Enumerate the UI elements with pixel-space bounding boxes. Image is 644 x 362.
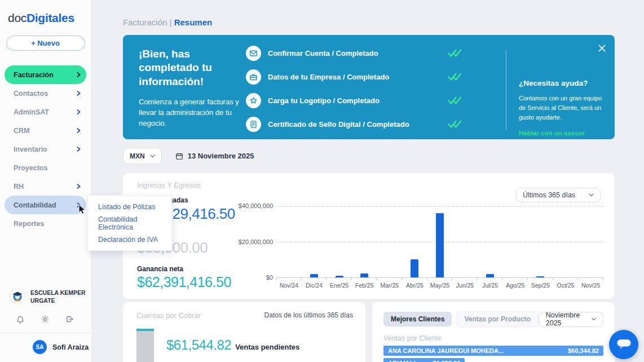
x-axis-label: Sep/25 <box>528 282 553 289</box>
date-range-select[interactable]: Últimos 365 días <box>516 188 601 202</box>
x-axis-label: Jul/25 <box>478 282 503 289</box>
sidebar-item-label: Facturación <box>14 71 54 79</box>
client-name: ANA CAROLINA JAUREGUI MOHEDA... <box>388 347 504 354</box>
currency-select[interactable]: MXN <box>123 148 162 164</box>
tab-ventas-por-producto[interactable]: Ventas por Producto <box>456 311 538 327</box>
user-avatar: SA <box>33 340 47 354</box>
chart-bar[interactable] <box>536 276 544 277</box>
sidebar: docDigitales + Nuevo FacturaciónContacto… <box>0 0 91 362</box>
x-axis-label: Dic/24 <box>302 282 327 289</box>
double-check-icon <box>448 96 462 105</box>
metric-label: Ganancia neta <box>137 265 235 273</box>
metric-value: $62,391,416.50 <box>137 274 235 290</box>
star-icon <box>246 93 261 108</box>
settings-gear-icon[interactable] <box>41 315 50 324</box>
sidebar-item-adminsat[interactable]: AdminSAT <box>5 103 86 121</box>
chevron-right-icon <box>77 91 81 96</box>
chat-bubble-button[interactable] <box>609 330 638 359</box>
chevron-right-icon <box>77 72 81 77</box>
chart-bar[interactable] <box>310 274 318 277</box>
y-axis-label: $20,000,000 <box>228 239 273 245</box>
banner-checklist: Confirmar Cuenta / CompletadoDatos de tu… <box>246 35 506 139</box>
banner-help: ¿Necesitas ayuda? Contamos con un gran e… <box>506 51 615 130</box>
chart-bar[interactable] <box>336 276 343 277</box>
chart-bar-cell <box>553 206 579 277</box>
talk-to-advisor-link[interactable]: Hablar con un asesor <box>519 130 606 136</box>
month-value: Noviembre 2025 <box>546 311 592 327</box>
submenu-item-contabilidad-electronica[interactable]: Contabilidad Electrónica <box>88 215 171 231</box>
receivables-bar <box>136 329 154 362</box>
account-row[interactable]: ESCUELA KEMPER URGATE <box>0 288 91 307</box>
x-axis-label: Jun/25 <box>452 282 478 289</box>
banner-intro: ¡Bien, has completado tu información! Co… <box>123 35 246 139</box>
chart-bar-cell <box>327 206 352 277</box>
chart-bar-cell <box>427 206 453 277</box>
help-text: Contamos con un gran equipo de Servicio … <box>519 94 606 122</box>
submenu-item-listado-de-polizas[interactable]: Listado de Pólizas <box>88 198 171 215</box>
x-axis-label: Nov/24 <box>276 282 302 289</box>
submenu-item-declaracion-de-iva[interactable]: Declaración de IVA <box>88 231 171 248</box>
month-select[interactable]: Noviembre 2025 <box>539 312 603 327</box>
sidebar-item-proyectos[interactable]: Proyectos <box>5 158 86 177</box>
checklist-label: Certificado de Sello Digital / Completad… <box>268 120 448 129</box>
sidebar-item-label: Contabilidad <box>14 201 56 209</box>
chart-bar-cell <box>528 206 553 277</box>
chevron-right-icon <box>77 109 81 114</box>
user-name: Sofi Araiza <box>52 343 89 351</box>
chart-bar-cell <box>302 206 327 277</box>
chart-bar[interactable] <box>486 274 494 277</box>
sidebar-item-contactos[interactable]: Contactos <box>5 84 86 103</box>
client-bar-row[interactable]: ANA CAROLINA JAUREGUI MOHEDA...$60,344.8… <box>383 346 603 356</box>
client-value: $60,344.82 <box>568 347 599 354</box>
new-button[interactable]: + Nuevo <box>6 36 85 51</box>
chart-bars <box>276 206 603 277</box>
sidebar-item-inventario[interactable]: Inventario <box>5 140 86 158</box>
x-axis-label: Nov/25 <box>578 282 603 289</box>
client-rows: ANA CAROLINA JAUREGUI MOHEDA...$60,344.8… <box>372 342 615 362</box>
sidebar-item-label: Inventario <box>14 145 47 153</box>
receivables-header: Cuentas por Cobrar Datos de los últimos … <box>123 302 365 320</box>
double-check-icon <box>448 49 462 58</box>
chart-plot <box>276 206 603 278</box>
sidebar-item-reportes[interactable]: Reportes <box>5 214 86 233</box>
tab-mejores-clientes[interactable]: Mejores Clientes <box>383 312 452 326</box>
chart-bar[interactable] <box>411 259 418 277</box>
breadcrumb-section[interactable]: Facturación <box>123 17 167 27</box>
chart-bar-cell <box>276 206 302 277</box>
checklist-label: Carga tu Logotipo / Completado <box>268 96 448 105</box>
chevron-right-icon <box>77 128 81 133</box>
chart-xlabels: Nov/24Dic/24Ene/25Feb/25Mar/25Abr/25May/… <box>276 282 603 289</box>
chart-bar[interactable] <box>436 213 444 277</box>
checklist-label: Datos de tu Empresa / Completado <box>268 73 448 81</box>
sidebar-item-label: RH <box>14 183 24 191</box>
chart-card-title: Ingresos Y Egresos <box>137 181 201 189</box>
checklist-item: Carga tu Logotipo / Completado <box>246 89 462 112</box>
pending-sales-amount: $61,544.82 <box>166 337 231 353</box>
client-bar-row[interactable]: ARIAM LI...$1,858.00 <box>383 358 465 362</box>
sidebar-item-facturacion[interactable]: Facturación <box>5 65 86 84</box>
x-axis-label: Oct/25 <box>553 282 579 289</box>
sales-by-client-label: Ventas por Cliente <box>372 327 615 342</box>
double-check-icon <box>448 73 462 81</box>
sidebar-item-contabilidad[interactable]: Contabilidad <box>5 196 86 214</box>
chart-card: Ingresos Y Egresos Últimos 365 días Vent… <box>123 173 615 299</box>
company-avatar <box>9 288 26 307</box>
logo-suffix: Digitales <box>27 11 74 24</box>
receivables-title: Cuentas por Cobrar <box>136 311 201 320</box>
notifications-bell-icon[interactable] <box>16 315 25 324</box>
date-display[interactable]: 13 Noviembre 2025 <box>175 152 254 160</box>
pending-sales-label: Ventas pendientes <box>235 343 299 351</box>
chart-bar-cell <box>478 206 503 277</box>
close-icon[interactable] <box>598 45 606 52</box>
clients-card: Mejores Clientes Ventas por Producto Nov… <box>372 302 615 362</box>
user-row[interactable]: SA Sofi Araiza <box>0 333 91 362</box>
controls-row: MXN 13 Noviembre 2025 <box>123 148 254 164</box>
date-text: 13 Noviembre 2025 <box>188 152 254 160</box>
x-axis-label: Ago/25 <box>502 282 528 289</box>
logout-icon[interactable] <box>65 315 74 324</box>
sidebar-item-crm[interactable]: CRM <box>5 121 86 140</box>
help-title: ¿Necesitas ayuda? <box>519 79 606 87</box>
chart-bar[interactable] <box>360 273 368 277</box>
sidebar-item-rh[interactable]: RH <box>5 177 86 196</box>
checklist-label: Confirmar Cuenta / Completado <box>268 49 448 58</box>
